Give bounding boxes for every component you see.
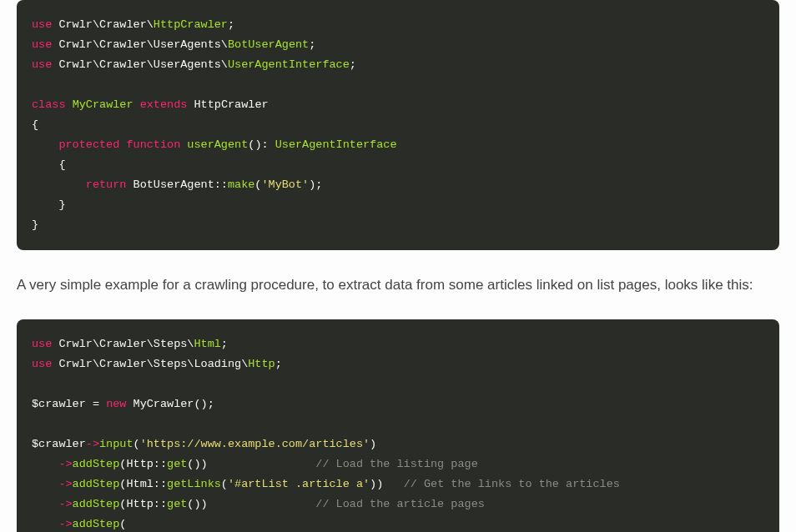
comment: // Load the listing page [315, 458, 477, 470]
class-ref: MyCrawler [134, 398, 194, 410]
kw-use: use [32, 358, 52, 370]
kw-use: use [32, 58, 52, 71]
paragraph: A very simple example for a crawling pro… [17, 275, 779, 296]
kw-use: use [32, 18, 52, 31]
comment: // Load the article pages [315, 498, 485, 510]
string-selector: '#artList .article a' [228, 478, 370, 490]
fn-useragent: userAgent [187, 138, 248, 151]
return-type: UserAgentInterface [275, 138, 397, 151]
kw-new: new [106, 398, 126, 410]
var-crawler: $crawler [32, 438, 86, 450]
code-block-1: use Crwlr\Crawler\HttpCrawler; use Crwlr… [17, 0, 779, 250]
class-name: Html [194, 338, 220, 350]
comment: // Get the links to the articles [404, 478, 620, 490]
class-name: HttpCrawler [154, 18, 228, 31]
kw-class: class [32, 98, 66, 111]
class-name: Http [248, 358, 275, 370]
fn-addstep: addStep [73, 498, 120, 510]
kw-extends: extends [140, 98, 188, 111]
class-my-crawler: MyCrawler [73, 98, 134, 111]
class-name: BotUserAgent [228, 38, 309, 51]
fn-make: make [228, 178, 254, 191]
ns: Crwlr\Crawler\UserAgents\ [58, 38, 228, 51]
kw-use: use [32, 338, 52, 350]
ns: Crwlr\Crawler\Steps\Loading\ [58, 358, 248, 370]
string: 'MyBot' [261, 178, 309, 191]
code-block-2: use Crwlr\Crawler\Steps\Html; use Crwlr\… [17, 319, 779, 532]
brace: { [58, 158, 65, 171]
kw-protected: protected [58, 138, 119, 151]
parent-class: HttpCrawler [194, 98, 268, 111]
kw-return: return [86, 178, 127, 191]
brace: { [32, 118, 38, 131]
class-ref: BotUserAgent [134, 178, 214, 191]
fn-addstep: addStep [73, 458, 120, 470]
ns: Crwlr\Crawler\UserAgents\ [58, 58, 228, 71]
fn-addstep: addStep [73, 478, 120, 490]
fn-input: input [99, 438, 134, 450]
ns: Crwlr\Crawler\Steps\ [58, 338, 194, 350]
kw-use: use [32, 38, 52, 51]
brace: } [58, 198, 65, 211]
ns: Crwlr\Crawler\ [58, 18, 153, 31]
fn-addstep: addStep [73, 518, 120, 530]
kw-function: function [126, 138, 180, 151]
var-crawler: $crawler [32, 398, 86, 410]
brace: } [32, 218, 38, 231]
class-name: UserAgentInterface [228, 58, 350, 71]
string-url: 'https://www.example.com/articles' [140, 438, 370, 450]
